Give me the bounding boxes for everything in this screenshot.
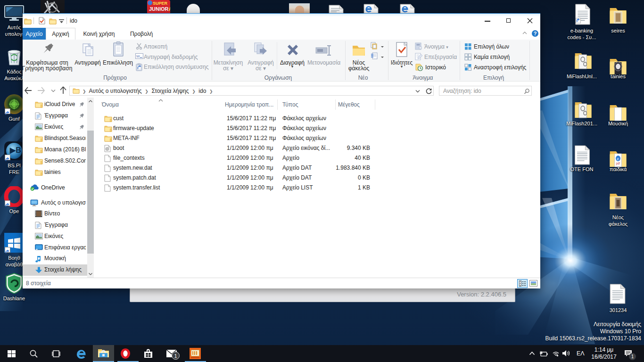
svg-text:e: e — [617, 156, 619, 161]
svg-text:W: W — [136, 54, 140, 58]
svg-text:pdf: pdf — [616, 161, 620, 165]
